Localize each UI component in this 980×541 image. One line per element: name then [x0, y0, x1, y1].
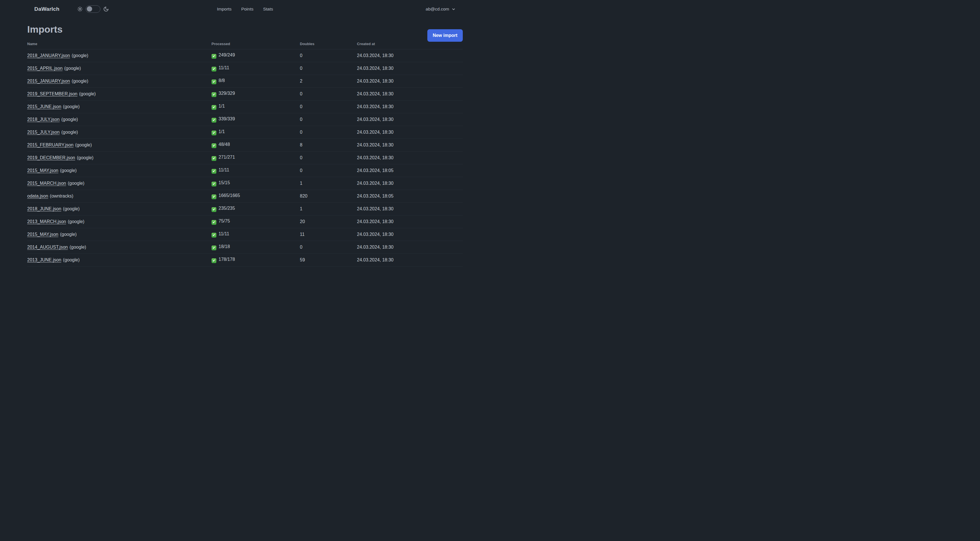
success-check-icon: [212, 195, 216, 199]
import-file-link[interactable]: 2018_JULY.json: [27, 117, 60, 122]
import-source: (google): [64, 66, 81, 71]
doubles-cell: 0: [300, 113, 357, 126]
doubles-cell: 20: [300, 215, 357, 228]
processed-count: 1/1: [219, 104, 225, 109]
processed-count: 249/249: [219, 53, 235, 57]
processed-cell: [212, 267, 300, 270]
success-check-icon: [212, 143, 216, 148]
table-row: 2013_JUNE.json(google) 178/178 59 24.03.…: [27, 254, 463, 267]
theme-toggle-switch[interactable]: [86, 5, 100, 13]
table-row: [27, 267, 463, 270]
import-file-link[interactable]: 2015_JANUARY.json: [27, 79, 70, 83]
import-file-link[interactable]: 2015_JUNE.json: [27, 104, 61, 109]
name-cell: 2019_DECEMBER.json(google): [27, 152, 212, 164]
processed-cell: 235/235: [212, 203, 300, 215]
import-source: (google): [60, 232, 77, 237]
processed-cell: 178/178: [212, 254, 300, 267]
nav-link-points[interactable]: Points: [241, 6, 253, 12]
account-email: ab@cd.com: [426, 6, 449, 12]
processed-cell: 1/1: [212, 101, 300, 113]
table-row: 2015_JANUARY.json(google) 8/8 2 24.03.20…: [27, 75, 463, 88]
import-file-link[interactable]: 2013_MARCH.json: [27, 219, 66, 224]
created-at-cell: 24.03.2024, 18:30: [357, 215, 463, 228]
doubles-cell: 59: [300, 254, 357, 267]
success-check-icon: [212, 258, 216, 263]
processed-cell: 249/249: [212, 49, 300, 62]
created-at-cell: 24.03.2024, 18:30: [357, 254, 463, 267]
success-check-icon: [212, 131, 216, 136]
import-source: (google): [61, 130, 78, 134]
account-menu[interactable]: ab@cd.com: [426, 6, 456, 12]
processed-count: 1/1: [219, 129, 225, 134]
import-file-link[interactable]: 2018_JUNE.json: [27, 206, 61, 211]
table-row: 2015_JUNE.json(google) 1/1 0 24.03.2024,…: [27, 101, 463, 113]
success-check-icon: [212, 156, 216, 161]
import-file-link[interactable]: 2018_JANUARY.json: [27, 53, 70, 58]
processed-count: 15/15: [219, 180, 230, 185]
name-cell: 2015_JANUARY.json(google): [27, 75, 212, 88]
import-source: (google): [68, 181, 84, 186]
created-at-cell: 24.03.2024, 18:30: [357, 203, 463, 215]
created-at-cell: 24.03.2024, 18:30: [357, 101, 463, 113]
created-at-cell: 24.03.2024, 18:30: [357, 177, 463, 190]
processed-cell: 11/11: [212, 164, 300, 177]
import-source: (google): [61, 117, 78, 122]
processed-cell: 18/18: [212, 241, 300, 254]
import-source: (google): [68, 219, 84, 224]
import-source: (google): [79, 91, 96, 96]
name-cell: 2018_JUNE.json(google): [27, 203, 212, 215]
import-file-link[interactable]: odata.json: [27, 193, 48, 198]
app-logo[interactable]: DaWarIch: [34, 6, 60, 12]
created-at-cell: [357, 267, 463, 270]
name-cell: odata.json(owntracks): [27, 190, 212, 203]
processed-count: 178/178: [219, 257, 235, 262]
top-navbar: DaWarIch Imports Points Stats ab@cd.com: [0, 0, 490, 18]
import-file-link[interactable]: 2015_JULY.json: [27, 130, 60, 134]
created-at-cell: 24.03.2024, 18:30: [357, 113, 463, 126]
created-at-cell: 24.03.2024, 18:30: [357, 228, 463, 241]
table-row: 2014_AUGUST.json(google) 18/18 0 24.03.2…: [27, 241, 463, 254]
processed-cell: 48/48: [212, 139, 300, 152]
import-file-link[interactable]: 2015_MAY.json: [27, 232, 59, 237]
column-header-name: Name: [27, 40, 212, 49]
success-check-icon: [212, 118, 216, 123]
import-file-link[interactable]: 2019_SEPTEMBER.json: [27, 91, 77, 96]
import-file-link[interactable]: 2015_MAY.json: [27, 168, 59, 173]
success-check-icon: [212, 105, 216, 110]
success-check-icon: [212, 246, 216, 251]
import-file-link[interactable]: 2015_APRIL.json: [27, 66, 63, 71]
table-row: 2015_MAY.json(google) 11/11 0 24.03.2024…: [27, 164, 463, 177]
main-nav: Imports Points Stats: [217, 6, 273, 12]
import-file-link[interactable]: 2019_DECEMBER.json: [27, 155, 75, 160]
processed-cell: 1/1: [212, 126, 300, 139]
processed-cell: 329/329: [212, 88, 300, 101]
created-at-cell: 24.03.2024, 18:30: [357, 49, 463, 62]
name-cell: [27, 267, 212, 270]
processed-cell: 11/11: [212, 228, 300, 241]
processed-cell: 1665/1665: [212, 190, 300, 203]
nav-link-imports[interactable]: Imports: [217, 6, 232, 12]
name-cell: 2013_MARCH.json(google): [27, 215, 212, 228]
table-row: 2015_APRIL.json(google) 11/11 0 24.03.20…: [27, 62, 463, 75]
import-file-link[interactable]: 2014_AUGUST.json: [27, 245, 68, 249]
import-file-link[interactable]: 2013_JUNE.json: [27, 257, 61, 262]
processed-count: 48/48: [219, 142, 230, 147]
table-row: 2018_JUNE.json(google) 235/235 1 24.03.2…: [27, 203, 463, 215]
processed-cell: 15/15: [212, 177, 300, 190]
doubles-cell: 820: [300, 190, 357, 203]
imports-table-body: 2018_JANUARY.json(google) 249/249 0 24.0…: [27, 49, 463, 270]
created-at-cell: 24.03.2024, 18:30: [357, 139, 463, 152]
success-check-icon: [212, 67, 216, 72]
table-header-row: Name Processed Doubles Created at: [27, 40, 463, 49]
processed-count: 18/18: [219, 244, 230, 249]
column-header-processed: Processed: [212, 40, 300, 49]
created-at-cell: 24.03.2024, 18:05: [357, 164, 463, 177]
doubles-cell: 1: [300, 177, 357, 190]
name-cell: 2014_AUGUST.json(google): [27, 241, 212, 254]
success-check-icon: [212, 169, 216, 174]
processed-cell: 11/11: [212, 62, 300, 75]
import-file-link[interactable]: 2015_MARCH.json: [27, 181, 66, 186]
nav-link-stats[interactable]: Stats: [263, 6, 273, 12]
new-import-button[interactable]: New import: [427, 29, 463, 42]
import-file-link[interactable]: 2015_FEBRUARY.json: [27, 142, 73, 147]
